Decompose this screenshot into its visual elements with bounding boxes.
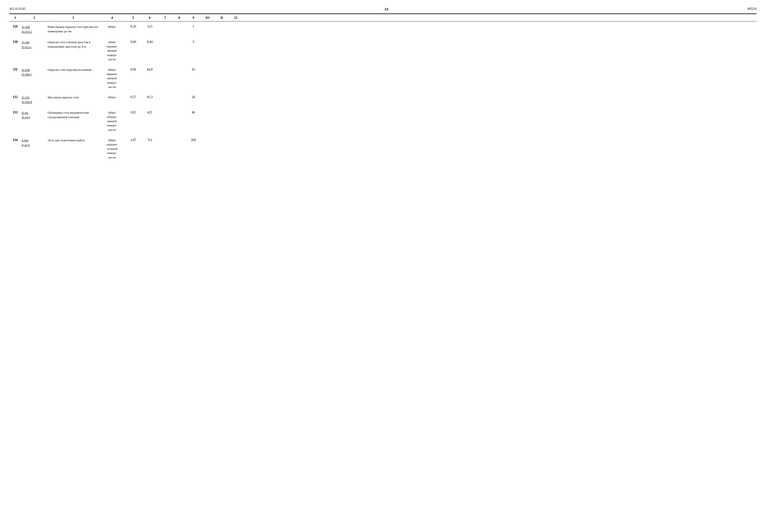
row-132-num: I32 bbox=[9, 95, 21, 99]
page-meta-right: 9032/6 bbox=[747, 7, 757, 11]
col-header-6: 6 bbox=[142, 16, 158, 20]
row-130-col6: 8,44 bbox=[142, 40, 158, 44]
row-133-col9: 46 bbox=[186, 111, 200, 114]
row-130-col9: 5 bbox=[186, 40, 200, 44]
row-130-num: I30 bbox=[9, 40, 21, 44]
row-129-unit: I00м2 bbox=[99, 25, 125, 29]
row-130-col5: 0,60 bbox=[125, 40, 142, 44]
table-body: I29 I5-509 I5-I53-2 Известковая окраска … bbox=[9, 21, 757, 162]
table-row: I29 I5-509 I5-I53-2 Известковая окраска … bbox=[9, 21, 757, 36]
row-131-codes: I5-658 I5-I68-I bbox=[21, 68, 47, 77]
row-134-codes: 8-I94 8-22-6 bbox=[21, 138, 47, 147]
row-132-col5: 0,57 bbox=[125, 95, 142, 99]
row-133-col5: 0,II bbox=[125, 111, 142, 114]
col-header-4: 4 bbox=[99, 16, 125, 20]
page-meta-left: 411-9-10.85 bbox=[9, 7, 25, 11]
col-header-1: I bbox=[9, 16, 21, 20]
row-133-num: I33 bbox=[9, 111, 21, 114]
row-130-unit: I00м2окраши-ваемойповерх-ности bbox=[99, 40, 125, 62]
table-row: I33 I5-82 I5-I4-I Облицовка стен керамич… bbox=[9, 107, 757, 134]
row-131-col5: 0,96 bbox=[125, 68, 142, 71]
row-134-num: I34 bbox=[9, 138, 21, 142]
row-133-unit: I00м2облицо-ваннойповерх-ности bbox=[99, 111, 125, 132]
row-133-codes: I5-82 I5-I4-I bbox=[21, 111, 47, 120]
row-129-col5: 0,29 bbox=[125, 25, 142, 29]
row-132-unit: I00м2 bbox=[99, 95, 125, 100]
row-129-num: I29 bbox=[9, 25, 21, 29]
col-header-8: 8 bbox=[172, 16, 186, 20]
row-134-col5: 2,87 bbox=[125, 138, 142, 142]
row-134-col6: 7I,I bbox=[142, 138, 158, 142]
row-132-col9: 26 bbox=[186, 95, 200, 99]
col-header-9: 9 bbox=[186, 16, 200, 20]
row-129-codes: I5-509 I5-I53-2 bbox=[21, 25, 47, 34]
row-131-num: I3I bbox=[9, 68, 21, 71]
row-130-codes: I5-50I I5-I52-I bbox=[21, 40, 47, 49]
row-131-unit: I00м2окраши-ваемойповерх-ности bbox=[99, 68, 125, 89]
row-130-desc: Окраска стен клеевая простая в помещения… bbox=[47, 40, 99, 49]
col-header-3: 3 bbox=[47, 16, 99, 20]
row-134-unit: I00м2горизон-тальнойповерх-ности bbox=[99, 138, 125, 160]
row-133-col6: 422 bbox=[142, 111, 158, 114]
row-131-desc: Окраска стен водоэмульсионная bbox=[47, 68, 99, 72]
row-134-desc: Леса для отделочных работ bbox=[47, 138, 99, 143]
row-131-col6: 44,8 bbox=[142, 68, 158, 71]
table-row: I30 I5-50I I5-I52-I Окраска стен клеевая… bbox=[9, 37, 757, 64]
table-row: I34 8-I94 8-22-6 Леса для отделочных раб… bbox=[9, 135, 757, 162]
row-134-col9: 204 bbox=[186, 138, 200, 142]
col-header-10: IO bbox=[200, 16, 215, 20]
row-132-desc: Масляная окраска стен bbox=[47, 95, 99, 100]
row-129-col9: I bbox=[186, 25, 200, 29]
row-133-desc: Облицовка стен керамической глазурованно… bbox=[47, 111, 99, 120]
col-header-11: II bbox=[215, 16, 229, 20]
table-row: I32 I5-55I I5-I58-8 Масляная окраска сте… bbox=[9, 92, 757, 107]
row-129-desc: Известковая окраска стен при высоте поме… bbox=[47, 25, 99, 34]
row-132-codes: I5-55I I5-I58-8 bbox=[21, 95, 47, 104]
table-row: I3I I5-658 I5-I68-I Окраска стен водоэму… bbox=[9, 64, 757, 91]
col-header-7: 7 bbox=[158, 16, 172, 20]
col-header-12: I2 bbox=[229, 16, 243, 20]
row-131-col9: 43 bbox=[186, 68, 200, 71]
row-129-col6: 3,I3 bbox=[142, 25, 158, 29]
page-number: 33 bbox=[384, 7, 388, 12]
row-132-col6: 45,3 bbox=[142, 95, 158, 99]
column-headers: I 2 3 4 5 6 7 8 9 IO II I2 bbox=[9, 14, 757, 21]
col-header-2: 2 bbox=[21, 16, 47, 20]
col-header-5: 5 bbox=[125, 16, 142, 20]
